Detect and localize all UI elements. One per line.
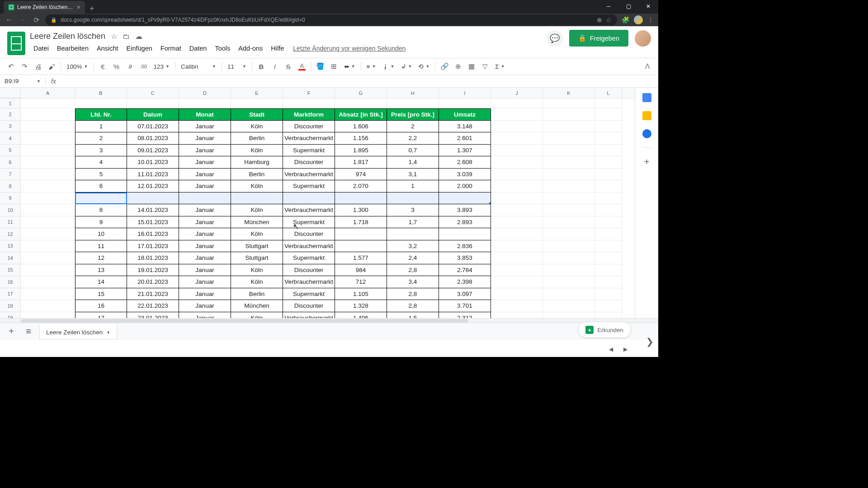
row-header[interactable]: 13 — [0, 240, 21, 253]
sheets-logo-icon[interactable] — [7, 32, 25, 55]
filter-button[interactable]: ▽ — [479, 60, 491, 73]
table-cell[interactable]: 2,8 — [387, 288, 439, 300]
fill-color-button[interactable]: 🪣 — [314, 60, 327, 73]
table-cell[interactable]: 2.070 — [335, 180, 387, 192]
window-maximize-button[interactable]: ▢ — [618, 0, 638, 13]
menu-addons[interactable]: Add-ons — [235, 43, 266, 54]
grid-cell[interactable] — [491, 169, 543, 181]
keep-icon[interactable] — [642, 111, 651, 120]
table-cell[interactable]: 3.148 — [439, 121, 491, 133]
functions-button[interactable]: Σ▼ — [492, 63, 507, 70]
grid-cell[interactable] — [543, 156, 595, 169]
table-cell[interactable] — [127, 192, 179, 205]
calendar-icon[interactable] — [642, 93, 651, 102]
table-cell[interactable]: 14.01.2023 — [127, 204, 179, 216]
borders-button[interactable]: ⊞ — [328, 60, 340, 73]
table-cell[interactable]: 1.718 — [335, 216, 387, 229]
address-bar[interactable]: 🔒 docs.google.com/spreadsheets/d/1_sPx9y… — [45, 14, 617, 25]
table-cell[interactable]: 3 — [75, 145, 127, 157]
add-addon-icon[interactable]: + — [644, 157, 650, 167]
column-header[interactable]: A — [21, 88, 75, 98]
merge-button[interactable]: ⬌▼ — [341, 63, 358, 70]
grid-cell[interactable] — [491, 300, 543, 312]
table-cell[interactable]: 3,4 — [387, 276, 439, 288]
table-cell[interactable]: Verbrauchermarkt — [283, 312, 335, 319]
column-header[interactable]: B — [75, 88, 127, 98]
row-header[interactable]: 5 — [0, 145, 21, 157]
table-cell[interactable]: 1.328 — [335, 300, 387, 312]
table-cell[interactable]: Discounter — [283, 264, 335, 277]
table-cell[interactable]: 1,4 — [387, 156, 439, 169]
column-header[interactable]: L — [595, 88, 622, 98]
star-icon[interactable]: ☆ — [111, 32, 117, 41]
window-close-button[interactable]: ✕ — [638, 0, 658, 13]
grid-cell[interactable] — [543, 216, 595, 229]
table-cell[interactable]: 15.01.2023 — [127, 216, 179, 229]
table-cell[interactable]: Supermarkt — [283, 288, 335, 300]
grid-cell[interactable] — [491, 99, 543, 108]
table-cell[interactable]: 3,1 — [387, 169, 439, 181]
grid-cell[interactable] — [491, 216, 543, 229]
menu-insert[interactable]: Einfügen — [123, 43, 156, 54]
row-header[interactable]: 17 — [0, 288, 21, 300]
grid-cell[interactable] — [595, 276, 622, 288]
table-cell[interactable]: 712 — [335, 276, 387, 288]
table-cell[interactable] — [439, 99, 491, 108]
table-cell[interactable]: Köln — [231, 204, 283, 216]
table-cell[interactable]: 8 — [75, 204, 127, 216]
table-cell[interactable]: 22.01.2023 — [127, 300, 179, 312]
grid-cell[interactable] — [543, 228, 595, 240]
table-cell[interactable]: 2.000 — [439, 180, 491, 192]
paint-format-button[interactable]: 🖌 — [45, 60, 58, 73]
grid-cell[interactable] — [21, 192, 75, 205]
row-header[interactable]: 19 — [0, 312, 21, 319]
grid-cell[interactable] — [21, 156, 75, 169]
table-cell[interactable]: Januar — [179, 204, 231, 216]
grid-cell[interactable] — [595, 204, 622, 216]
table-cell[interactable]: Köln — [231, 276, 283, 288]
table-cell[interactable]: 0,7 — [387, 145, 439, 157]
decrease-decimal-button[interactable]: .0̷ — [123, 60, 136, 73]
print-button[interactable]: 🖨 — [32, 60, 44, 73]
table-cell[interactable]: Hamburg — [231, 156, 283, 169]
explore-button[interactable]: Erkunden — [578, 322, 631, 338]
number-format-select[interactable]: 123▼ — [151, 63, 172, 70]
table-header-cell[interactable]: Preis [pro Stk.] — [387, 108, 439, 121]
table-cell[interactable]: München — [231, 216, 283, 229]
row-header[interactable]: 3 — [0, 121, 21, 133]
grid-cell[interactable] — [595, 216, 622, 229]
table-header-cell[interactable]: Absatz [in Stk.] — [335, 108, 387, 121]
grid-cell[interactable] — [491, 132, 543, 145]
table-cell[interactable]: Berlin — [231, 288, 283, 300]
table-cell[interactable]: 3.701 — [439, 300, 491, 312]
halign-button[interactable]: ≡▼ — [364, 63, 379, 70]
row-header[interactable]: 6 — [0, 156, 21, 169]
table-cell[interactable]: Januar — [179, 145, 231, 157]
table-cell[interactable]: Januar — [179, 288, 231, 300]
table-cell[interactable]: 3.893 — [439, 204, 491, 216]
table-cell[interactable]: Berlin — [231, 169, 283, 181]
horizontal-scrollbar[interactable] — [0, 318, 658, 323]
rotate-button[interactable]: ⟲▼ — [415, 63, 432, 70]
table-cell[interactable]: Verbrauchermarkt — [283, 169, 335, 181]
table-cell[interactable]: 17 — [75, 312, 127, 319]
menu-edit[interactable]: Bearbeiten — [53, 43, 92, 54]
font-select[interactable]: Calibri▼ — [178, 63, 219, 70]
grid-cell[interactable] — [491, 252, 543, 264]
table-cell[interactable] — [127, 99, 179, 108]
table-cell[interactable]: 3.853 — [439, 252, 491, 264]
redo-button[interactable]: ↷ — [18, 60, 31, 73]
spreadsheet-grid[interactable]: ABCDEFGHIJKL 12Lfd. Nr.DatumMonatStadtMa… — [0, 88, 635, 318]
grid-cell[interactable] — [21, 216, 75, 229]
text-color-button[interactable]: A — [296, 60, 308, 73]
column-header[interactable]: E — [231, 88, 283, 98]
table-header-cell[interactable]: Datum — [127, 108, 179, 121]
sheet-tab[interactable]: Leere Zeilen löschen ▼ — [40, 324, 117, 339]
table-cell[interactable]: 2.608 — [439, 156, 491, 169]
table-cell[interactable]: 17.01.2023 — [127, 240, 179, 253]
table-cell[interactable] — [387, 192, 439, 205]
row-header[interactable]: 14 — [0, 252, 21, 264]
grid-cell[interactable] — [543, 276, 595, 288]
row-header[interactable]: 11 — [0, 216, 21, 229]
table-cell[interactable]: 1 — [387, 180, 439, 192]
